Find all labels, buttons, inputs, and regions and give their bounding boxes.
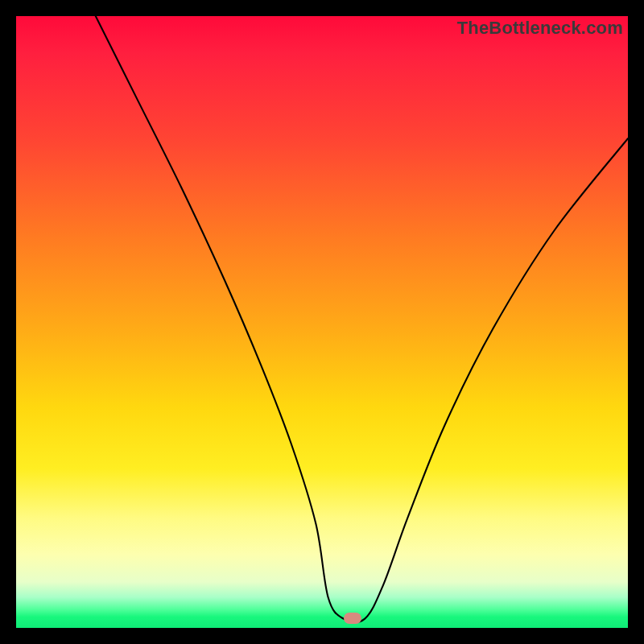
optimal-point-marker [344, 613, 361, 624]
bottleneck-curve [16, 16, 628, 628]
chart-frame: TheBottleneck.com [0, 0, 644, 644]
plot-area: TheBottleneck.com [16, 16, 628, 628]
watermark-text: TheBottleneck.com [457, 18, 623, 39]
